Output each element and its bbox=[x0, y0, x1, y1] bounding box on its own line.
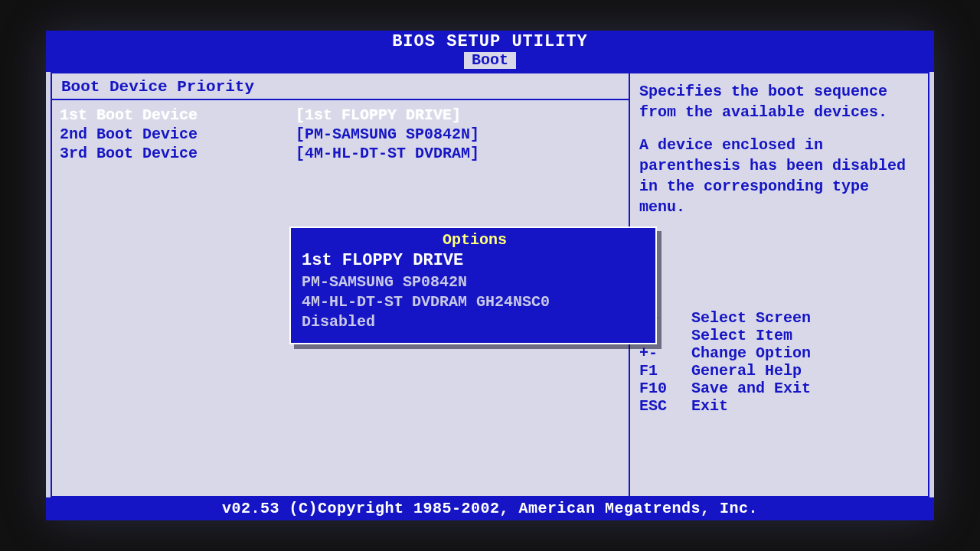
key-desc-save-exit: Save and Exit bbox=[691, 380, 811, 397]
option-disabled[interactable]: Disabled bbox=[302, 312, 648, 332]
options-popup: Options 1st FLOPPY DRIVE PM-SAMSUNG SP08… bbox=[289, 227, 657, 344]
footer-copyright: v02.53 (C)Copyright 1985-2002, American … bbox=[46, 497, 934, 520]
options-popup-title: Options bbox=[302, 231, 648, 249]
key-legend: ←→ Select Screen ↑↓ Select Item +- Chang… bbox=[639, 309, 919, 415]
key-row: ←→ Select Screen bbox=[639, 309, 919, 327]
option-samsung[interactable]: PM-SAMSUNG SP0842N bbox=[302, 272, 648, 292]
tab-boot[interactable]: Boot bbox=[462, 52, 518, 70]
bios-screen: BIOS SETUP UTILITY Boot Boot Device Prio… bbox=[46, 31, 934, 520]
key-row: F1 General Help bbox=[639, 362, 919, 380]
boot-device-3-label[interactable]: 3rd Boot Device bbox=[60, 145, 296, 162]
option-floppy[interactable]: 1st FLOPPY DRIVE bbox=[302, 250, 648, 272]
boot-device-1-value[interactable]: [1st FLOPPY DRIVE] bbox=[296, 106, 621, 124]
boot-device-list: 1st Boot Device [1st FLOPPY DRIVE] 2nd B… bbox=[60, 106, 621, 162]
key-desc-change-option: Change Option bbox=[691, 344, 811, 362]
boot-device-2-label[interactable]: 2nd Boot Device bbox=[60, 126, 296, 143]
boot-device-2-value[interactable]: [PM-SAMSUNG SP0842N] bbox=[296, 126, 621, 143]
settings-pane: Boot Device Priority 1st Boot Device [1s… bbox=[52, 73, 630, 496]
help-paragraph-1: Specifies the boot sequence from the ava… bbox=[639, 81, 919, 122]
key-row: ESC Exit bbox=[639, 397, 919, 415]
help-pane: Specifies the boot sequence from the ava… bbox=[630, 73, 928, 496]
key-row: +- Change Option bbox=[639, 344, 919, 362]
divider bbox=[52, 99, 629, 100]
key-esc: ESC bbox=[639, 397, 691, 415]
key-f1: F1 bbox=[639, 362, 691, 380]
boot-device-1-label[interactable]: 1st Boot Device bbox=[60, 106, 296, 124]
key-row: ↑↓ Select Item bbox=[639, 327, 919, 344]
key-f10: F10 bbox=[639, 380, 691, 397]
key-row: F10 Save and Exit bbox=[639, 380, 919, 397]
key-desc-select-item: Select Item bbox=[691, 327, 792, 344]
key-desc-select-screen: Select Screen bbox=[691, 309, 811, 327]
section-title: Boot Device Priority bbox=[61, 78, 621, 96]
key-desc-general-help: General Help bbox=[691, 362, 802, 380]
main-frame: Boot Device Priority 1st Boot Device [1s… bbox=[51, 72, 929, 497]
help-paragraph-2: A device enclosed in parenthesis has bee… bbox=[639, 135, 919, 217]
tab-bar: Boot bbox=[46, 52, 934, 72]
key-plus-minus: +- bbox=[639, 344, 691, 362]
page-title: BIOS SETUP UTILITY bbox=[46, 31, 934, 52]
option-dvdram[interactable]: 4M-HL-DT-ST DVDRAM GH24NSC0 bbox=[302, 292, 648, 312]
boot-device-3-value[interactable]: [4M-HL-DT-ST DVDRAM] bbox=[296, 145, 621, 162]
key-desc-exit: Exit bbox=[691, 397, 728, 415]
